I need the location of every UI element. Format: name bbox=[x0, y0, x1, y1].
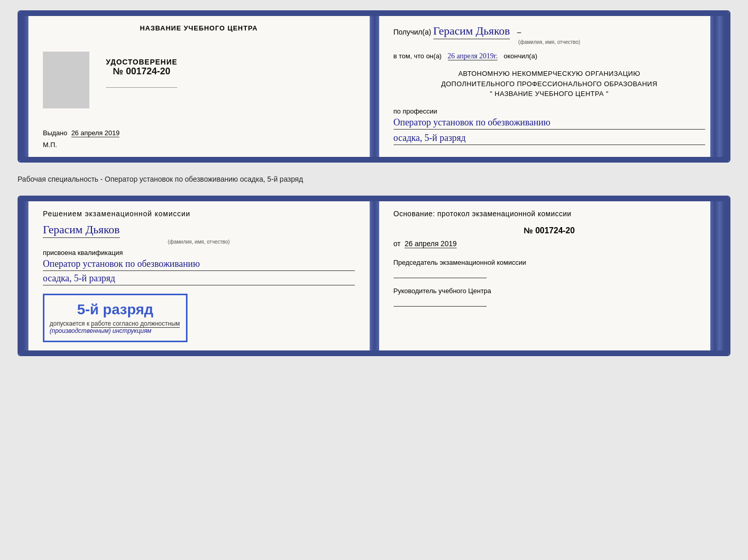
cert-label: УДОСТОВЕРЕНИЕ bbox=[106, 58, 177, 66]
date-suffix: окончил(а) bbox=[504, 52, 537, 60]
cert-center-block: УДОСТОВЕРЕНИЕ № 001724-20 bbox=[106, 58, 177, 108]
right-side-dashes bbox=[710, 12, 720, 161]
date-prefix: в том, что он(а) bbox=[394, 52, 442, 60]
person-name-bottom: Герасим Дьяков bbox=[43, 223, 120, 238]
center-spine bbox=[370, 12, 379, 161]
protocol-number-value: 001724-20 bbox=[535, 226, 575, 235]
cert-number: № 001724-20 bbox=[106, 66, 177, 77]
protocol-date-value: 26 апреля 2019 bbox=[404, 239, 457, 248]
org-block: АВТОНОМНУЮ НЕКОММЕРЧЕСКУЮ ОРГАНИЗАЦИЮ ДО… bbox=[394, 69, 706, 99]
chairman-label: Председатель экзаменационной комиссии bbox=[394, 258, 706, 267]
date-line: в том, что он(а) 26 апреля 2019г. окончи… bbox=[394, 52, 706, 60]
issued-line: Выдано 26 апреля 2019 bbox=[43, 129, 355, 137]
bottom-card-right: Основание: протокол экзаменационной коми… bbox=[379, 197, 720, 355]
rank-value: осадка, 5-й разряд bbox=[394, 133, 706, 145]
profession-value: Оператор установок по обезвоживанию bbox=[394, 117, 706, 130]
person-name-block: Герасим Дьяков (фамилия, имя, отчество) bbox=[43, 223, 355, 245]
bottom-right-side-dashes bbox=[710, 197, 720, 355]
cert-prefix: № bbox=[113, 66, 123, 76]
issued-prefix: Выдано bbox=[43, 129, 67, 137]
bottom-document-card: Решением экзаменационной комиссии Гераси… bbox=[18, 196, 730, 356]
mp-label: М.П. bbox=[43, 141, 355, 149]
date-from-prefix: от bbox=[394, 239, 401, 248]
stamp-box: 5-й разряд допускается к работе согласно… bbox=[43, 294, 188, 342]
received-prefix: Получил(а) bbox=[394, 28, 431, 36]
top-left-title: НАЗВАНИЕ УЧЕБНОГО ЦЕНТРА bbox=[43, 24, 355, 32]
date-value: 26 апреля 2019г. bbox=[448, 52, 498, 60]
protocol-date: от 26 апреля 2019 bbox=[394, 239, 706, 248]
assigned-label: присвоена квалификация bbox=[43, 249, 355, 257]
head-label: Руководитель учебного Центра bbox=[394, 286, 706, 296]
org-line2: ДОПОЛНИТЕЛЬНОГО ПРОФЕССИОНАЛЬНОГО ОБРАЗО… bbox=[394, 79, 706, 89]
protocol-prefix: № bbox=[524, 226, 533, 235]
page-wrapper: НАЗВАНИЕ УЧЕБНОГО ЦЕНТРА УДОСТОВЕРЕНИЕ №… bbox=[18, 10, 730, 356]
top-card-left: НАЗВАНИЕ УЧЕБНОГО ЦЕНТРА УДОСТОВЕРЕНИЕ №… bbox=[28, 12, 370, 161]
signature-block: Председатель экзаменационной комиссии Ру… bbox=[394, 258, 706, 307]
separator-label: Рабочая специальность - Оператор установ… bbox=[18, 171, 730, 187]
protocol-number: № 001724-20 bbox=[394, 226, 706, 235]
bottom-name-subtitle: (фамилия, имя, отчество) bbox=[43, 239, 355, 245]
received-line: Получил(а) Герасим Дьяков – (фамилия, им… bbox=[394, 24, 706, 45]
received-name-subtitle: (фамилия, имя, отчество) bbox=[394, 39, 706, 45]
profession-label: по профессии bbox=[394, 107, 706, 115]
right-spine bbox=[720, 12, 729, 161]
stamp-text: допускается к работе согласно должностны… bbox=[50, 320, 181, 327]
rank-bottom-value: осадка, 5-й разряд bbox=[43, 273, 355, 285]
decision-title: Решением экзаменационной комиссии bbox=[43, 210, 355, 218]
stamp-underline: работе согласно должностным bbox=[91, 320, 180, 328]
bottom-center-spine bbox=[370, 197, 379, 355]
issued-date: 26 апреля 2019 bbox=[71, 129, 120, 137]
bottom-right-spine bbox=[720, 197, 729, 355]
stamp-prefix: допускается к bbox=[50, 320, 89, 327]
basis-title: Основание: протокол экзаменационной коми… bbox=[394, 210, 706, 218]
bottom-card-left: Решением экзаменационной комиссии Гераси… bbox=[28, 197, 370, 355]
chairman-sig-line bbox=[394, 278, 487, 278]
stamp-rank: 5-й разряд bbox=[50, 301, 181, 318]
qualification-value: Оператор установок по обезвоживанию bbox=[43, 259, 355, 271]
top-card-right: Получил(а) Герасим Дьяков – (фамилия, им… bbox=[379, 12, 720, 161]
top-document-card: НАЗВАНИЕ УЧЕБНОГО ЦЕНТРА УДОСТОВЕРЕНИЕ №… bbox=[18, 10, 730, 163]
received-name: Герасим Дьяков bbox=[433, 24, 510, 39]
left-spine bbox=[19, 12, 28, 161]
cert-number-value: 001724-20 bbox=[126, 66, 170, 76]
photo-placeholder bbox=[43, 52, 89, 108]
head-sig-line bbox=[394, 306, 487, 307]
org-line3: " НАЗВАНИЕ УЧЕБНОГО ЦЕНТРА " bbox=[394, 89, 706, 99]
stamp-italic: (производственным) инструкциям bbox=[50, 327, 181, 334]
org-line1: АВТОНОМНУЮ НЕКОММЕРЧЕСКУЮ ОРГАНИЗАЦИЮ bbox=[394, 69, 706, 79]
bottom-left-spine bbox=[19, 197, 28, 355]
